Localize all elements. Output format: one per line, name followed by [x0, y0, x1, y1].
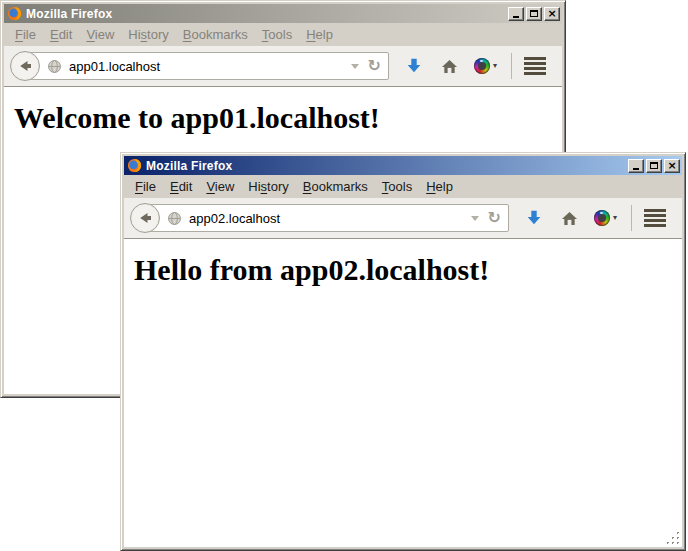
download-arrow-icon: [405, 57, 423, 75]
color-wheel-icon: [474, 58, 490, 74]
back-button[interactable]: [130, 203, 160, 233]
navigation-toolbar: app02.localhost ↻ ▾: [124, 198, 682, 239]
page-heading: Welcome to app01.localhost!: [14, 101, 562, 135]
maximize-icon: [650, 162, 658, 169]
home-icon: [441, 58, 458, 74]
chevron-down-icon: ▾: [613, 214, 617, 222]
menu-item-file[interactable]: File: [128, 177, 163, 196]
menu-item-tools[interactable]: Tools: [375, 177, 419, 196]
close-icon: ×: [547, 9, 556, 19]
hamburger-menu-button[interactable]: [644, 209, 666, 227]
addon-button[interactable]: ▾: [594, 210, 617, 226]
menu-item-edit[interactable]: Edit: [43, 25, 79, 44]
window-title: Mozilla Firefox: [146, 159, 628, 173]
firefox-icon[interactable]: [7, 6, 22, 21]
menu-item-view[interactable]: View: [199, 177, 241, 196]
globe-icon[interactable]: [167, 211, 182, 226]
page-heading: Hello from app02.localhost!: [134, 253, 682, 287]
menu-bar: FileEditViewHistoryBookmarksToolsHelp: [4, 23, 562, 46]
titlebar[interactable]: Mozilla Firefox ×: [124, 156, 682, 175]
reload-icon[interactable]: ↻: [488, 210, 501, 226]
toolbar-separator: [631, 205, 632, 231]
urlbar-dropdown-icon[interactable]: [471, 216, 479, 221]
titlebar[interactable]: Mozilla Firefox ×: [4, 4, 562, 23]
menu-item-history[interactable]: History: [241, 177, 295, 196]
maximize-icon: [530, 10, 538, 17]
home-icon: [561, 210, 578, 226]
chevron-down-icon: ▾: [493, 62, 497, 70]
close-icon: ×: [667, 161, 676, 171]
url-bar[interactable]: app01.localhost ↻: [24, 52, 389, 80]
url-bar[interactable]: app02.localhost ↻: [144, 204, 509, 232]
minimize-button[interactable]: [508, 7, 524, 21]
menu-item-bookmarks[interactable]: Bookmarks: [176, 25, 255, 44]
menu-item-view[interactable]: View: [79, 25, 121, 44]
close-button[interactable]: ×: [664, 159, 680, 173]
menu-item-history[interactable]: History: [121, 25, 175, 44]
close-button[interactable]: ×: [544, 7, 560, 21]
firefox-icon[interactable]: [127, 158, 142, 173]
globe-icon[interactable]: [47, 59, 62, 74]
url-text: app02.localhost: [189, 211, 471, 226]
download-button[interactable]: [405, 57, 423, 75]
resize-grip[interactable]: [666, 531, 681, 546]
back-arrow-icon: [137, 210, 153, 226]
maximize-button[interactable]: [526, 7, 542, 21]
download-arrow-icon: [525, 209, 543, 227]
minimize-button[interactable]: [628, 159, 644, 173]
maximize-button[interactable]: [646, 159, 662, 173]
toolbar-separator: [511, 53, 512, 79]
back-button[interactable]: [10, 51, 40, 81]
color-wheel-icon: [594, 210, 610, 226]
url-text: app01.localhost: [69, 59, 351, 74]
download-button[interactable]: [525, 209, 543, 227]
reload-icon[interactable]: ↻: [368, 58, 381, 74]
navigation-toolbar: app01.localhost ↻ ▾: [4, 46, 562, 87]
back-arrow-icon: [17, 58, 33, 74]
window-title: Mozilla Firefox: [26, 7, 508, 21]
menu-item-help[interactable]: Help: [419, 177, 460, 196]
addon-button[interactable]: ▾: [474, 58, 497, 74]
menu-item-help[interactable]: Help: [299, 25, 340, 44]
menu-bar: FileEditViewHistoryBookmarksToolsHelp: [124, 175, 682, 198]
minimize-icon: [513, 16, 519, 18]
page-content: Hello from app02.localhost!: [124, 239, 682, 547]
home-button[interactable]: [441, 58, 458, 74]
menu-item-edit[interactable]: Edit: [163, 177, 199, 196]
hamburger-menu-button[interactable]: [524, 57, 546, 75]
urlbar-dropdown-icon[interactable]: [351, 64, 359, 69]
menu-item-tools[interactable]: Tools: [255, 25, 299, 44]
menu-item-file[interactable]: File: [8, 25, 43, 44]
home-button[interactable]: [561, 210, 578, 226]
minimize-icon: [633, 168, 639, 170]
menu-item-bookmarks[interactable]: Bookmarks: [296, 177, 375, 196]
firefox-window-app02: Mozilla Firefox × FileEditViewHistoryBoo…: [120, 152, 686, 551]
